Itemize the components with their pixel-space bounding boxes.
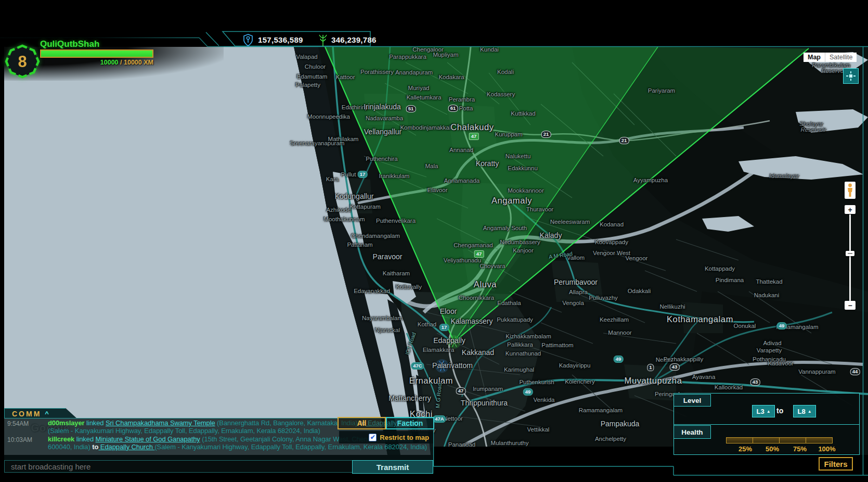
level-from-dropdown[interactable]: L3 ▲ [752,405,775,417]
level-section-label: Level [673,394,711,407]
portal-link[interactable]: Miniature Statue of God Ganapathy [96,435,200,443]
broadcast-input[interactable] [4,460,353,473]
comm-header-tab[interactable]: COMM ^ [4,408,77,418]
xm-current: 10000 [100,59,119,66]
comm-timestamp: 9:54AM [7,420,40,427]
health-tick-labels: 25%50%75%100% [726,445,833,453]
level-to-word: to [776,407,783,415]
transmit-button[interactable]: Transmit [352,460,433,474]
restrict-label: Restrict to map [380,434,429,441]
comm-text: (Salem - Kanyakumari Highway, Edappally … [48,427,320,435]
resistance-icon [243,34,253,46]
zoom-in-button[interactable]: + [845,205,856,214]
player-name[interactable]: QuliQutbShah [40,39,99,49]
top-chrome-bg [0,0,868,47]
left-edge [0,47,4,482]
health-segment-75[interactable] [780,437,806,443]
resistance-score: 157,536,589 [258,35,303,44]
level-badge: 8 [4,44,42,79]
bottom-mask-left [0,474,433,482]
health-section-label: Health [673,425,711,439]
agent-name[interactable]: d00mslayer [48,419,85,427]
comm-collapse-icon: ^ [45,410,49,417]
bottom-mask-center [433,447,673,482]
health-segment-100[interactable] [806,437,833,443]
level-number: 8 [18,53,27,71]
pegman-icon [847,183,853,197]
locate-button[interactable] [843,68,859,84]
pegman-control[interactable] [845,182,856,199]
comm-title: COMM [12,410,41,418]
map-type-map[interactable]: Map [804,53,825,62]
portal-link[interactable]: Sri Champakadhama Swamy Temple [106,419,215,427]
restrict-to-map-row[interactable]: ✔ Restrict to map [339,431,433,443]
enlightened-icon [319,34,327,47]
ingress-intel-app: ValapadChuloorEdamuttamPalapettyKattoorP… [0,0,868,482]
xm-bar [40,49,153,58]
health-tick[interactable]: 50% [766,445,779,453]
resistance-portal-palarivattom[interactable] [435,359,449,373]
map-type-toggle: Map Satellite [804,53,857,62]
restrict-checkbox[interactable]: ✔ [369,434,377,441]
xm-max: 10000 [124,59,142,66]
level-from-value: L3 [756,408,764,415]
xm-bar-fill [41,50,152,57]
caret-up-icon: ▲ [767,409,771,414]
agent-name[interactable]: killcreek [48,435,74,443]
portal-link[interactable]: Edappally Church [98,443,154,451]
health-range-bar [726,437,833,443]
enlightened-score: 346,239,786 [331,35,377,44]
comm-text: linked [85,419,106,427]
comm-timestamp: 10:03AM [7,436,40,443]
filters-button[interactable]: Filters [819,457,853,471]
xm-sep: / [119,59,124,66]
health-tick[interactable]: 25% [739,445,752,453]
zoom-out-button[interactable]: − [845,301,856,310]
xm-unit: XM [142,59,153,66]
level-to-dropdown[interactable]: L8 ▲ [793,405,816,417]
enlightened-portal-edappally[interactable] [447,335,461,349]
map-type-satellite[interactable]: Satellite [825,53,857,62]
comm-tab-faction[interactable]: Faction [386,417,434,429]
health-tick[interactable]: 75% [793,445,807,453]
zoom-slider-handle[interactable] [846,251,854,256]
health-segment-25[interactable] [726,437,753,443]
comm-text: (Salem - Kanyakumari Highway, Edappally … [154,443,427,451]
comm-text: linked [74,435,95,443]
zoom-slider-track[interactable] [849,214,851,301]
caret-up-icon: ▲ [808,409,812,414]
level-to-value: L8 [797,408,805,415]
locate-icon [846,71,856,81]
comm-text: to [92,443,98,451]
health-segment-50[interactable] [753,437,780,443]
portal-filters-panel: Level L3 ▲ to L8 ▲ Health 25%50%75%100% [673,393,860,455]
comm-tab-all[interactable]: All [338,417,386,429]
xm-text: 10000 / 10000 XM [40,59,153,66]
health-tick[interactable]: 100% [818,445,835,453]
section-divider [674,424,859,425]
